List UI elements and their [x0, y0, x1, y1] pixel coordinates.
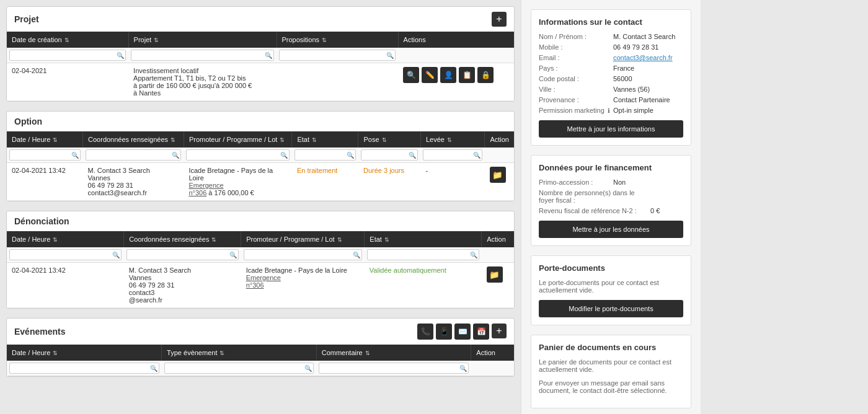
- programme-link[interactable]: Emergencen°306: [188, 182, 223, 196]
- projet-row-propositions: [277, 63, 398, 101]
- contact-update-button[interactable]: Mettre à jour les informations: [539, 120, 683, 138]
- financement-title: Données pour le financement: [539, 163, 683, 172]
- denonciation-col-programme: Promoteur / Programme / Lot⇅: [241, 231, 365, 247]
- projet-row-date: 02-04-2021: [7, 63, 128, 101]
- mobile-button[interactable]: 📱: [436, 324, 452, 340]
- option-col-programme: Promoteur / Programme / Lot⇅: [184, 131, 292, 148]
- projet-table: Date de création⇅ Projet⇅ Propositions⇅ …: [7, 32, 514, 101]
- projet-col-propositions: Propositions⇅: [277, 32, 398, 48]
- user-action-button[interactable]: 👤: [440, 67, 456, 83]
- contact-nom-value: M. Contact 3 Search: [613, 33, 683, 40]
- denonciation-filter-etat[interactable]: [367, 249, 479, 260]
- projet-filter-projet[interactable]: [131, 50, 274, 61]
- contact-email-value: contact3@search.fr: [613, 54, 683, 61]
- projet-col-actions: Actions: [398, 32, 514, 48]
- contact-permission-row: Permission marketing ℹ Opt-in simple: [539, 107, 683, 114]
- denonciation-section: Dénonciation Date / Heure⇅ Coordonnées r…: [6, 211, 515, 309]
- option-row-programme: Icade Bretagne - Pays de la LoireEmergen…: [184, 163, 292, 201]
- table-row: 02-04-2021 Investissement locatifApparte…: [7, 63, 514, 101]
- search-icon: 🔍: [470, 252, 477, 258]
- option-filter-row: 🔍 🔍 🔍 🔍 🔍 🔍: [7, 148, 514, 163]
- denonciation-file-button[interactable]: 📁: [487, 266, 503, 283]
- projet-header: Projet +: [7, 7, 514, 32]
- search-icon: 🔍: [150, 365, 157, 372]
- calendar-button[interactable]: 📅: [473, 324, 489, 340]
- denonciation-row-programme: Icade Bretagne - Pays de la LoireEmergen…: [241, 263, 365, 308]
- option-filter-coordonnees[interactable]: [86, 149, 182, 161]
- evenements-section: Evénements 📞 📱 ✉️ 📅 + Date / Heure⇅ Type…: [6, 318, 515, 377]
- option-section: Option Date / Heure⇅ Coordonnées renseig…: [6, 111, 515, 201]
- denonciation-filter-coordonnees[interactable]: [126, 249, 239, 260]
- denonciation-row-date: 02-04-2021 13:42: [7, 263, 124, 308]
- option-col-date: Date / Heure⇅: [7, 131, 83, 148]
- file-action-button[interactable]: 📋: [459, 67, 475, 83]
- option-filter-programme[interactable]: [186, 149, 290, 161]
- evenements-add-button[interactable]: +: [492, 324, 507, 338]
- denonciation-col-coordonnees: Coordonnées renseignées⇅: [124, 231, 241, 247]
- contact-mobile-label: Mobile :: [539, 43, 613, 51]
- contact-ville-row: Ville : Vannes (56): [539, 86, 683, 93]
- table-row: 02-04-2021 13:42 M. Contact 3 SearchVann…: [7, 163, 514, 201]
- evenements-title: Evénements: [14, 327, 65, 337]
- evenements-col-type: Type évènement⇅: [162, 345, 317, 361]
- denonciation-filter-date[interactable]: [9, 249, 122, 260]
- search-icon: 🔍: [459, 365, 467, 372]
- denonciation-title: Dénonciation: [14, 216, 69, 226]
- contact-mobile-row: Mobile : 06 49 79 28 31: [539, 43, 683, 51]
- phone-button[interactable]: 📞: [417, 324, 433, 340]
- projet-filter-propositions[interactable]: [279, 50, 396, 61]
- projet-col-projet: Projet⇅: [128, 32, 277, 48]
- edit-action-button[interactable]: ✏️: [422, 67, 438, 83]
- option-filter-date[interactable]: [9, 149, 81, 161]
- panier-empty-text: Le panier de documents pour ce contact e…: [539, 358, 683, 373]
- panier-info-text: Pour envoyer un message par email sans d…: [539, 379, 683, 394]
- evenements-col-commentaire: Commentaire⇅: [316, 345, 471, 361]
- porte-documents-button[interactable]: Modifier le porte-documents: [539, 300, 683, 317]
- contact-info-section: Informations sur le contact Nom / Prénom…: [531, 9, 691, 146]
- contact-code-row: Code postal : 56000: [539, 75, 683, 82]
- contact-email-row: Email : contact3@search.fr: [539, 54, 683, 61]
- denonciation-col-action: Action: [482, 231, 514, 247]
- search-icon: 🔍: [71, 152, 79, 159]
- projet-filter-row: 🔍 🔍 🔍: [7, 48, 514, 63]
- search-action-button[interactable]: 🔍: [403, 67, 419, 83]
- projet-row-actions: 🔍 ✏️ 👤 📋 🔒: [398, 63, 514, 101]
- email-button[interactable]: ✉️: [454, 324, 471, 340]
- contact-provenance-value: Contact Partenaire: [613, 96, 683, 103]
- search-icon: 🔍: [117, 52, 124, 59]
- denonciation-filter-programme[interactable]: [244, 249, 362, 260]
- contact-email-link[interactable]: contact3@search.fr: [613, 54, 673, 61]
- contact-provenance-label: Provenance :: [539, 96, 613, 103]
- contact-pays-value: France: [613, 64, 683, 72]
- financement-primo-value: Non: [613, 178, 683, 186]
- contact-nom-label: Nom / Prénom :: [539, 33, 613, 40]
- evenements-filter-row: 🔍 🔍 🔍: [7, 361, 514, 376]
- option-file-button[interactable]: 📁: [490, 167, 506, 183]
- evenements-filter-type[interactable]: [164, 363, 314, 374]
- financement-section: Données pour le financement Primo-access…: [531, 155, 691, 246]
- contact-code-label: Code postal :: [539, 75, 613, 82]
- panier-section: Panier de documents en cours Le panier d…: [531, 335, 691, 408]
- search-icon: 🔍: [172, 152, 179, 159]
- denonciation-programme-link[interactable]: Emergencen°306: [246, 274, 281, 289]
- option-col-action: Action: [485, 131, 514, 148]
- projet-filter-date[interactable]: [9, 50, 126, 61]
- evenements-filter-date[interactable]: [9, 363, 159, 374]
- evenements-filter-commentaire[interactable]: [319, 363, 469, 374]
- option-row-action: 📁: [485, 163, 514, 201]
- lock-action-button[interactable]: 🔒: [477, 67, 494, 83]
- search-icon: 🔍: [386, 52, 394, 59]
- contact-permission-label: Permission marketing ℹ: [539, 107, 613, 114]
- contact-provenance-row: Provenance : Contact Partenaire: [539, 96, 683, 103]
- search-icon: 🔍: [112, 252, 120, 258]
- contact-code-value: 56000: [613, 75, 683, 82]
- financement-revenu-row: Revenu fiscal de référence N-2 : 0 €: [539, 207, 683, 214]
- table-row: 02-04-2021 13:42 M. Contact 3 SearchVann…: [7, 263, 514, 308]
- option-row-etat: En traitement: [292, 163, 358, 201]
- contact-email-label: Email :: [539, 54, 613, 61]
- evenements-header: Evénements 📞 📱 ✉️ 📅 +: [7, 319, 514, 345]
- contact-permission-value: Opt-in simple: [613, 107, 683, 114]
- projet-add-button[interactable]: +: [492, 12, 507, 27]
- contact-ville-label: Ville :: [539, 86, 613, 93]
- financement-update-button[interactable]: Mettre à jour les données: [539, 221, 683, 238]
